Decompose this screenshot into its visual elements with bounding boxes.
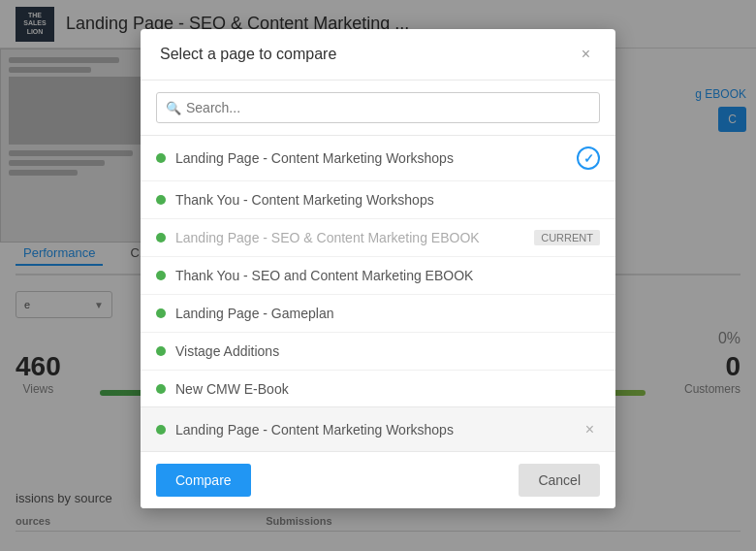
status-dot xyxy=(156,384,166,394)
list-item[interactable]: New CMW E-Book xyxy=(141,371,615,407)
list-item[interactable]: Vistage Additions xyxy=(141,333,615,371)
search-icon: 🔍 xyxy=(166,101,181,115)
compare-button[interactable]: Compare xyxy=(156,464,251,497)
item-label: Thank You - SEO and Content Marketing EB… xyxy=(175,268,600,283)
status-dot xyxy=(156,153,166,163)
compare-modal: Select a page to compare × 🔍 Landing Pag… xyxy=(141,29,615,508)
item-label: Vistage Additions xyxy=(175,343,600,359)
modal-header: Select a page to compare × xyxy=(141,29,615,81)
selected-item-label: Landing Page - Content Marketing Worksho… xyxy=(175,422,580,438)
item-label: Landing Page - SEO & Content Marketing E… xyxy=(175,230,526,245)
item-label: Landing Page - Gameplan xyxy=(175,306,600,321)
status-dot xyxy=(156,195,166,205)
modal-pages-list: Landing Page - Content Marketing Worksho… xyxy=(141,136,615,407)
search-input[interactable] xyxy=(156,92,600,123)
list-item[interactable]: Landing Page - Content Marketing Worksho… xyxy=(141,136,615,181)
status-dot xyxy=(156,346,166,356)
selected-check-icon xyxy=(577,146,600,170)
list-item[interactable]: Thank You - Content Marketing Workshops xyxy=(141,181,615,219)
list-item[interactable]: Landing Page - Gameplan xyxy=(141,295,615,333)
modal-title: Select a page to compare xyxy=(160,46,336,63)
status-dot xyxy=(156,233,166,243)
cancel-button[interactable]: Cancel xyxy=(519,464,600,497)
item-label: Landing Page - Content Marketing Worksho… xyxy=(175,150,569,166)
selected-dot xyxy=(156,425,166,435)
remove-selected-button[interactable]: × xyxy=(580,420,600,439)
modal-footer: Compare Cancel xyxy=(141,452,615,508)
list-item[interactable]: Landing Page - SEO & Content Marketing E… xyxy=(141,219,615,257)
current-badge: CURRENT xyxy=(534,230,600,245)
status-dot xyxy=(156,271,166,280)
item-label: Thank You - Content Marketing Workshops xyxy=(175,192,600,208)
item-label: New CMW E-Book xyxy=(175,381,600,397)
modal-overlay: Select a page to compare × 🔍 Landing Pag… xyxy=(0,0,756,551)
selected-item-bar: Landing Page - Content Marketing Worksho… xyxy=(141,407,615,452)
list-item[interactable]: Thank You - SEO and Content Marketing EB… xyxy=(141,257,615,295)
modal-close-button[interactable]: × xyxy=(576,45,596,64)
status-dot xyxy=(156,308,166,318)
modal-search-area: 🔍 xyxy=(141,81,615,136)
